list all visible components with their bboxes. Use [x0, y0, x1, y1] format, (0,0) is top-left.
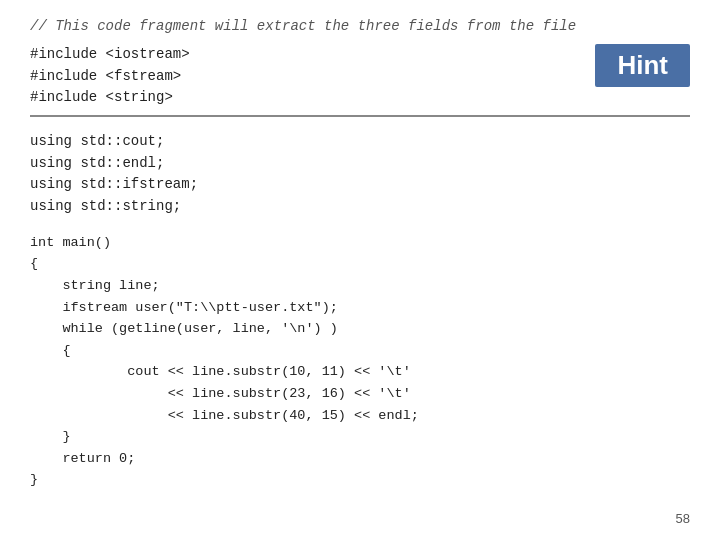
code-line-6: cout << line.substr(10, 11) << '\t'	[30, 361, 690, 383]
code-line-11: }	[30, 469, 690, 491]
include-string: #include <string>	[30, 87, 690, 109]
code-line-7: << line.substr(23, 16) << '\t'	[30, 383, 690, 405]
hint-label: Hint	[595, 44, 690, 87]
using-endl: using std::endl;	[30, 153, 690, 175]
code-line-9: }	[30, 426, 690, 448]
slide-container: // This code fragment will extract the t…	[0, 0, 720, 540]
code-line-5: {	[30, 340, 690, 362]
using-string: using std::string;	[30, 196, 690, 218]
code-line-0: int main()	[30, 232, 690, 254]
page-number: 58	[676, 511, 690, 526]
using-ifstream: using std::ifstream;	[30, 174, 690, 196]
code-line-2: string line;	[30, 275, 690, 297]
code-line-3: ifstream user("T:\\ptt-user.txt");	[30, 297, 690, 319]
code-line-10: return 0;	[30, 448, 690, 470]
include-fstream: #include <fstream>	[30, 66, 690, 88]
include-iostream: #include <iostream>	[30, 44, 690, 66]
using-cout: using std::cout;	[30, 131, 690, 153]
includes-block: #include <iostream> #include <fstream> #…	[30, 44, 690, 117]
comment-line: // This code fragment will extract the t…	[30, 18, 690, 34]
code-block: int main() { string line; ifstream user(…	[30, 232, 690, 491]
code-line-4: while (getline(user, line, '\n') )	[30, 318, 690, 340]
using-block: using std::cout; using std::endl; using …	[30, 131, 690, 218]
code-line-1: {	[30, 253, 690, 275]
code-line-8: << line.substr(40, 15) << endl;	[30, 405, 690, 427]
